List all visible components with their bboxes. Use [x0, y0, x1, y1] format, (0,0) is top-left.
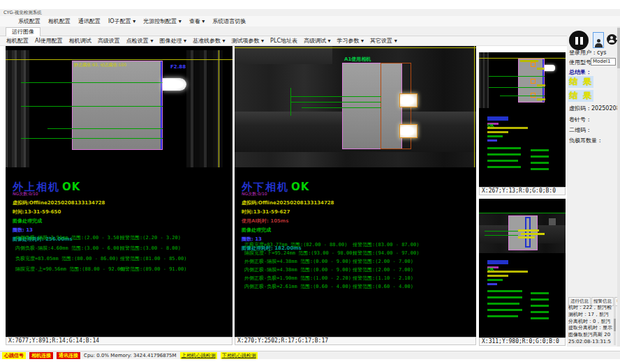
measurement-text: 内侧正极-负极=2.61mm 范围:(0.60 - 4.00) — [244, 284, 351, 289]
measurement-row: 内侧负极-隔膜:4.60mm 范围:(3.00 - 6.00) 报警范围:(3.… — [15, 245, 232, 255]
menu-item-view[interactable]: 查看 ▾ — [189, 17, 205, 25]
electrode-tab-blob — [399, 124, 418, 138]
alarm-range: 报警范围:(81.00 - 85.00) — [120, 255, 186, 262]
menu-item-light-config[interactable]: 光源控制配置 ▾ — [143, 17, 182, 25]
camera-view-lower[interactable]: A1使用相机 — [235, 46, 476, 167]
overlay-measure-line — [21, 82, 163, 83]
measurement-text: 隔膜宽度-上=90.56mm 范围:(88.00 - 92.00) — [15, 266, 126, 272]
pause-icon — [580, 37, 583, 45]
tool-camera-debug[interactable]: 相机调试 — [69, 37, 91, 45]
overlay-blue-label: F2.88 — [170, 64, 186, 70]
reel-number-label: 卷针号： — [569, 116, 591, 123]
window-statusbar: 心跳信号 相机连接 通讯连接 Cpu: 0.0% Memory: 3424.41… — [0, 351, 620, 359]
electrode-tab-blob — [399, 93, 418, 107]
preview-readout: OK — [487, 260, 528, 319]
tool-camera-config[interactable]: 相机配置 — [6, 37, 29, 45]
preview-panel-inner-upper[interactable]: OK — [479, 52, 566, 187]
tool-plc-table[interactable]: PLC地址表 — [270, 37, 297, 45]
camera-panel-lower: A1使用相机 外下相机OK NG次数:0/10 虚拟码:Offline20250… — [235, 46, 476, 337]
menu-item-language[interactable]: 系统语言切换 — [212, 17, 246, 25]
measurement-text: 负极宽度=83.05mm 范围:(80.00 - 86.00) — [15, 256, 118, 261]
pause-button[interactable] — [569, 31, 589, 50]
preview-readout: OK — [487, 116, 528, 170]
measurement-text: 外侧正极-负极=1.90mm 范围:(1.00 - 2.20) — [244, 275, 351, 281]
ok-status: OK — [291, 181, 309, 193]
readout-upper: 外上相机OK NG次数:0/10 虚拟码:Offline202502081331… — [13, 180, 229, 243]
overlay-yellow-vline — [474, 46, 475, 167]
app-window: CYG-视觉检测系统 系统配置 相机配置 通讯配置 IO子配置 ▾ 光源控制配置… — [0, 0, 620, 364]
image-texture-left — [6, 50, 29, 167]
login-user-value: cys — [597, 50, 606, 56]
virtual-code-value: 20250208 — [591, 105, 620, 112]
camera-connection-indicator: 相机连接 — [29, 352, 53, 359]
menu-item-system-config[interactable]: 系统配置 — [18, 17, 40, 25]
image-texture-top — [235, 46, 332, 64]
tool-other-settings[interactable]: 其它设置 ▾ — [370, 37, 397, 45]
turns-line: 圈数: 13 — [13, 227, 229, 234]
preview-image — [479, 52, 566, 108]
user-icon — [595, 39, 602, 47]
measurement-row: 外侧负极-隔膜:2.91mm 范围:(2.00 - 3.50) 报警范围:(2.… — [15, 234, 232, 245]
log-scrollbar-thumb[interactable] — [614, 319, 616, 331]
alarm-range: 报警范围:(2.00 - 7.00) — [353, 266, 413, 273]
panel-scrollbar-thumb[interactable] — [617, 28, 620, 68]
overlay-measure-line — [21, 106, 163, 107]
tool-advanced-settings[interactable]: 高级设置 — [98, 37, 120, 45]
tool-baseline-params[interactable]: 基准线参数 ▾ — [193, 37, 226, 45]
anode-tab-count-label: 负极耳数量： — [569, 137, 603, 144]
preview-panel-inner-lower[interactable]: OK — [479, 199, 566, 338]
tool-ai-config[interactable]: AI使用配置 — [35, 37, 63, 45]
measurement-row: 负极宽度=83.05mm 范围:(80.00 - 86.00) 报警范围:(81… — [15, 255, 232, 266]
battery-cell-region: 静态阈值:93, 动态阈值:100 — [72, 61, 163, 150]
user-mode-button[interactable] — [593, 32, 604, 48]
preview-image — [479, 213, 566, 253]
menubar: 系统配置 相机配置 通讯配置 IO子配置 ▾ 光源控制配置 ▾ 查看 ▾ 系统语… — [0, 16, 620, 26]
log-text: 机时：222，脏污检测机时：17，脏污分离机时：0，脏污提取分离机时：显示图像取… — [568, 305, 613, 345]
lower-camera-heartbeat: 下相机心跳检测 — [221, 352, 258, 359]
tab-run-image[interactable]: 运行图像 — [6, 27, 40, 36]
heartbeat-indicator: 心跳信号 — [2, 352, 26, 359]
login-user-row: 登录用户：cys — [569, 49, 606, 56]
overlay-yellow-vline — [219, 50, 219, 167]
camera-view-upper[interactable]: 静态阈值:93, 动态阈值:100 F2.88 — [6, 50, 232, 167]
overlay-blue-edge-line — [161, 61, 162, 149]
tool-image-processing[interactable]: 图像处理 ▾ — [159, 37, 186, 45]
barcode-line: 虚拟码:Offline20250208133134728 — [242, 199, 458, 206]
result-badge-lower: 结 果 — [568, 90, 593, 102]
electrode-tab-blob — [163, 78, 186, 91]
menu-item-io-config[interactable]: IO子配置 ▾ — [108, 17, 135, 25]
qr-code-label: 二维码： — [569, 126, 591, 134]
measurement-list-upper: 外侧负极-隔膜:2.91mm 范围:(2.00 - 3.50) 报警范围:(2.… — [15, 234, 232, 276]
model-select[interactable]: Model1 — [591, 58, 616, 66]
menu-item-camera-config[interactable]: 相机配置 — [48, 17, 71, 25]
overlay-measure-line — [302, 107, 381, 108]
measurement-row: 外侧正极-隔膜=4.38mm 范围:(0.00 - 9.00) 报警范围:(2.… — [244, 258, 468, 266]
tool-advanced-debug[interactable]: 高级调试 ▾ — [304, 37, 331, 45]
ai-camera-overlay-label: A1使用相机 — [344, 56, 371, 63]
tool-spot-check[interactable]: 点检设置 ▾ — [126, 37, 154, 45]
alarm-range: 报警范围:(89.00 - 91.00) — [120, 266, 186, 273]
measurement-row: 正极宽度=83.77mm 范围:(82.00 - 88.00) 报警范围:(83… — [244, 241, 468, 250]
measurement-text: 外侧正极-隔膜=4.38mm 范围:(0.00 - 9.00) — [244, 259, 351, 264]
measurement-text: 内侧正极-隔膜=4.38mm 范围:(0.00 - 9.00) — [244, 267, 351, 273]
pixel-status-lower: X:270;Y:2502;R:17;G:17;B:17 — [235, 337, 476, 345]
pixel-status-inner-lower: X:311;Y:980;R:0;G:0;B:0 — [479, 338, 566, 346]
panel-scrollbar[interactable] — [617, 26, 620, 347]
log-scrollbar[interactable] — [614, 305, 616, 345]
pixel-status-upper: X:7677;Y:891;R:14;G:14;B:14 — [6, 337, 232, 345]
barcode-line: 虚拟码:Offline20250208133134728 — [13, 199, 229, 206]
measurement-text: 正极宽度=83.77mm 范围:(82.00 - 88.00) — [244, 242, 347, 248]
tool-test-params[interactable]: 测试项参数 ▾ — [232, 37, 265, 45]
measurement-text: 隔膜宽度-下=95.24mm 范围:(93.00 - 98.00) — [244, 250, 355, 256]
measurement-row: 外侧正极-负极=1.90mm 范围:(1.00 - 2.20) 报警范围:(1.… — [244, 275, 468, 283]
threshold-overlay-text: 静态阈值:93, 动态阈值:100 — [74, 62, 126, 68]
window-title: CYG-视觉检测系统 — [3, 10, 42, 15]
tabbar: 运行图像 — [0, 26, 620, 36]
camera-panel-upper: 静态阈值:93, 动态阈值:100 F2.88 外上相机OK NG次数:0/10… — [6, 46, 232, 337]
measurement-row: 内侧正极-负极=2.61mm 范围:(0.60 - 4.00) 报警范围:(0.… — [244, 283, 468, 291]
cpu-memory-status: Cpu: 0.0% Memory: 3424.41796875M — [84, 353, 177, 358]
alarm-range: 报警范围:(2.20 - 3.20) — [120, 234, 181, 241]
tool-learning-params[interactable]: 学习参数 ▾ — [337, 37, 364, 45]
alarm-range: 报警范围:(83.00 - 87.00) — [353, 241, 419, 248]
menu-item-comm-config[interactable]: 通讯配置 — [78, 17, 101, 25]
